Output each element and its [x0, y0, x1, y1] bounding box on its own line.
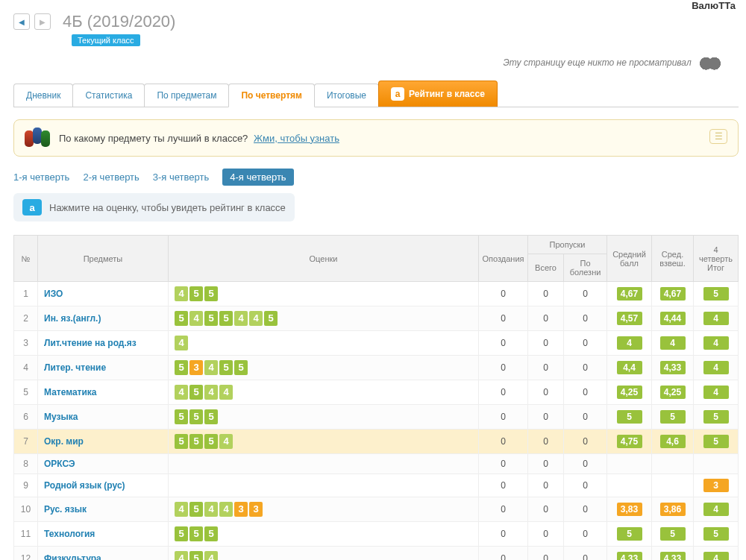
grade-mark[interactable]: 5 [189, 286, 203, 301]
grade-mark[interactable]: 5 [204, 434, 218, 449]
tab-by-quarter[interactable]: По четвертям [228, 84, 314, 107]
grade-mark[interactable]: 5 [264, 311, 278, 326]
grade-mark[interactable]: 5 [189, 551, 203, 560]
grade-mark[interactable]: 5 [189, 502, 203, 517]
subject-link[interactable]: Лит.чтение на род.яз [44, 338, 137, 348]
grade-mark[interactable]: 5 [175, 311, 188, 326]
hint-text: Нажмите на оценку, чтобы увидеть рейтинг… [49, 202, 286, 213]
grade-mark[interactable]: 4 [175, 286, 188, 301]
th-wavg: Сред. взвеш. [652, 236, 694, 282]
subject-link[interactable]: Музыка [44, 412, 78, 422]
th-marks: Оценки [169, 236, 479, 282]
avg-badge: 5 [703, 287, 729, 301]
avg-badge: 5 [617, 410, 642, 424]
grade-mark[interactable]: 4 [219, 385, 233, 400]
info-icon[interactable]: ☰ [709, 129, 727, 144]
tab-rating[interactable]: a Рейтинг в классе [378, 81, 498, 107]
cell-wavg: 4,44 [652, 306, 694, 331]
cell-late: 0 [479, 282, 528, 306]
cell-wavg: 3,86 [652, 497, 694, 522]
cell-late: 0 [479, 405, 528, 430]
subject-link[interactable]: ОРКСЭ [44, 459, 75, 469]
username: ВалюТТа [692, 0, 736, 11]
grade-mark[interactable]: 5 [204, 526, 218, 541]
grade-mark[interactable]: 4 [234, 311, 248, 326]
quarter-3[interactable]: 3-я четверть [153, 172, 209, 183]
quarter-4[interactable]: 4-я четверть [222, 169, 293, 186]
cell-sick: 0 [564, 522, 607, 547]
prompt-link[interactable]: Жми, чтобы узнать [254, 133, 339, 144]
avg-badge: 4 [703, 503, 729, 516]
class-nav: ◀ ▶ 4Б (2019/2020) [13, 12, 739, 31]
grade-mark[interactable]: 5 [219, 311, 233, 326]
avg-badge: 5 [660, 527, 686, 541]
tab-by-subject[interactable]: По предметам [144, 84, 229, 107]
subject-link[interactable]: ИЗО [44, 289, 63, 299]
subject-link[interactable]: Литер. чтение [44, 362, 106, 373]
subject-link[interactable]: Рус. язык [44, 504, 87, 515]
grade-mark[interactable]: 4 [204, 502, 218, 517]
grade-mark[interactable]: 3 [189, 360, 203, 375]
row-number: 9 [14, 474, 38, 497]
grade-mark[interactable]: 4 [219, 502, 233, 517]
grade-mark[interactable]: 4 [175, 502, 188, 517]
quarter-selector: 1-я четверть 2-я четверть 3-я четверть 4… [13, 169, 739, 186]
cell-subject: Рус. язык [38, 497, 169, 522]
grade-mark[interactable]: 4 [189, 311, 203, 326]
grade-mark[interactable]: 5 [189, 409, 203, 424]
grade-mark[interactable]: 4 [219, 434, 233, 449]
grade-mark[interactable]: 3 [249, 502, 263, 517]
tab-stats[interactable]: Статистика [72, 84, 145, 107]
cell-wavg: 4,33 [652, 547, 694, 561]
quarter-1[interactable]: 1-я четверть [13, 172, 69, 183]
grade-mark[interactable]: 5 [175, 526, 188, 541]
grade-mark[interactable]: 5 [175, 360, 188, 375]
grade-mark[interactable]: 4 [175, 336, 188, 350]
cell-late: 0 [479, 430, 528, 454]
subject-link[interactable]: Родной язык (рус) [44, 480, 125, 491]
subject-link[interactable]: Окр. мир [44, 436, 84, 447]
avg-badge: 5 [617, 527, 642, 541]
grade-mark[interactable]: 4 [249, 311, 263, 326]
hint-icon: a [22, 199, 42, 215]
grade-mark[interactable]: 5 [189, 434, 203, 449]
grade-mark[interactable]: 5 [189, 385, 203, 400]
cell-marks: 555 [169, 405, 479, 430]
grade-mark[interactable]: 5 [204, 409, 218, 424]
cell-sick: 0 [564, 405, 607, 430]
subject-link[interactable]: Технология [44, 529, 95, 539]
grade-mark[interactable]: 5 [204, 286, 218, 301]
grade-mark[interactable]: 4 [204, 551, 218, 560]
grade-mark[interactable]: 4 [175, 385, 188, 400]
cell-avg [607, 454, 652, 474]
grade-mark[interactable]: 4 [204, 385, 218, 400]
grade-mark[interactable]: 5 [175, 434, 188, 449]
grade-mark[interactable]: 5 [175, 409, 188, 424]
tab-final[interactable]: Итоговые [314, 84, 379, 107]
tab-rating-label: Рейтинг в классе [409, 89, 485, 99]
grade-mark[interactable]: 5 [204, 311, 218, 326]
grade-mark[interactable]: 3 [234, 502, 248, 517]
grade-mark[interactable]: 4 [204, 360, 218, 375]
cell-wavg: 4 [652, 331, 694, 356]
avg-badge: 4,25 [660, 386, 686, 399]
table-row: 9Родной язык (рус)0003 [14, 474, 739, 497]
tab-diary[interactable]: Дневник [13, 84, 73, 107]
subject-link[interactable]: Физкультура [44, 553, 101, 560]
cell-subject: Лит.чтение на род.яз [38, 331, 169, 356]
quarter-2[interactable]: 2-я четверть [83, 172, 139, 183]
cell-wavg [652, 454, 694, 474]
grade-mark[interactable]: 4 [175, 551, 188, 560]
grade-mark[interactable]: 5 [219, 360, 233, 375]
table-row: 10Рус. язык4544330003,833,864 [14, 497, 739, 522]
subject-link[interactable]: Математика [44, 387, 97, 397]
table-row: 8ОРКСЭ000 [14, 454, 739, 474]
grade-mark[interactable]: 5 [234, 360, 248, 375]
row-number: 5 [14, 380, 38, 405]
grade-mark[interactable]: 5 [189, 526, 203, 541]
subject-link[interactable]: Ин. яз.(англ.) [44, 313, 101, 324]
row-number: 11 [14, 522, 38, 547]
cell-sick: 0 [564, 430, 607, 454]
cell-tot: 0 [528, 522, 564, 547]
prev-class-button[interactable]: ◀ [13, 13, 30, 30]
